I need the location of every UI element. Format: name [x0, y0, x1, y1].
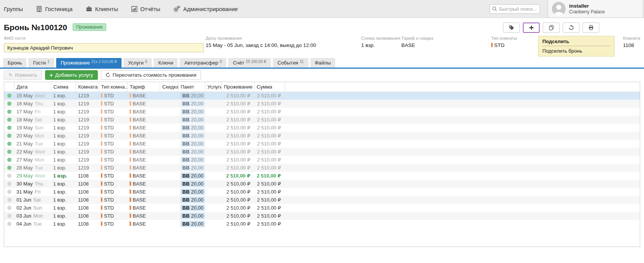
nav-item-reports[interactable]: Отчёты [131, 6, 160, 12]
cell-date: 18 MaySat [14, 116, 51, 124]
table-row[interactable]: 31 MayFri 1 взр. 1108 STD BASE BB20,00 ₽… [4, 188, 640, 196]
tag-button[interactable] [503, 23, 520, 33]
table-row[interactable]: 18 MaySat 1 взр. 1219 STD BASE BB20,00 ₽… [4, 116, 640, 124]
cell-room: 1108 [76, 220, 99, 228]
nav-item-groups[interactable]: Группы [4, 6, 23, 12]
table-row[interactable]: 29 MayWed 1 взр. 1108 STD BASE BB20,00 ₽… [4, 172, 640, 180]
column-header[interactable]: Услуги [205, 82, 221, 92]
tab[interactable]: Услуги0 [123, 58, 152, 68]
cell-tariff: BASE [127, 116, 160, 124]
cell-discount [160, 212, 178, 220]
tab-badge: 21x 2 510,00 ₽ [91, 60, 117, 64]
share-booking-action[interactable]: Подселить бронь [542, 46, 610, 54]
cell-package: BB20,00 ₽ [178, 220, 205, 228]
tab[interactable]: События11 [273, 58, 308, 68]
cell-status [4, 92, 14, 100]
table-row[interactable]: 17 MayFri 1 взр. 1219 STD BASE BB20,00 ₽… [4, 108, 640, 116]
room-type-color-icon [101, 101, 102, 106]
tab[interactable]: Ключи [154, 58, 178, 68]
cell-room: 1108 [76, 196, 99, 204]
room-type-color-icon [101, 141, 102, 146]
column-header[interactable]: Тариф [127, 82, 160, 92]
column-header[interactable]: Проживание [221, 82, 254, 92]
nav-item-hotel[interactable]: Гостиница [36, 6, 73, 12]
cell-package: BB20,00 ₽ [178, 164, 205, 172]
cell-stay-price: 2 510,00 ₽ [221, 132, 254, 140]
edit-button[interactable]: ✎Изменить [4, 70, 42, 80]
tab[interactable]: Файлы [310, 58, 336, 68]
cell-status [4, 220, 14, 228]
cell-stay-price: 2 510,00 ₽ [221, 148, 254, 156]
tab-badge: 0 [220, 60, 222, 64]
column-header[interactable]: Дата [14, 82, 51, 92]
nav-clients-label: Клиенты [95, 6, 118, 12]
cell-tariff: BASE [127, 108, 160, 116]
table-row[interactable]: 28 MayTue 1 взр. 1219 STD BASE BB20,00 ₽… [4, 164, 640, 172]
cell-package: BB20,00 ₽ [178, 148, 205, 156]
table-row[interactable]: 03 JunMon 1 взр. 1108 STD BASE BB20,00 ₽… [4, 212, 640, 220]
cell-scheme: 1 взр. [51, 116, 76, 124]
tab[interactable]: Счёт25 100,00 ₽ [228, 58, 271, 68]
cell-room-type: STD [99, 220, 127, 228]
search-box [490, 4, 540, 14]
column-header[interactable]: Пакет [178, 82, 205, 92]
add-button[interactable] [523, 23, 540, 33]
cell-scheme: 1 взр. [51, 148, 76, 156]
room-type-color-icon [101, 181, 102, 186]
recalculate-button[interactable]: Пересчитать стоимость проживания [101, 70, 201, 80]
table-row[interactable]: 20 MayMon 1 взр. 1219 STD BASE BB20,00 ₽… [4, 132, 640, 140]
table-row[interactable]: 15 MayWed 1 взр. 1219 STD BASE BB20,00 ₽… [4, 92, 640, 100]
table-row[interactable]: 30 MayThu 1 взр. 1108 STD BASE BB20,00 ₽… [4, 180, 640, 188]
table-row[interactable]: 22 MayWed 1 взр. 1219 STD BASE BB20,00 ₽… [4, 148, 640, 156]
cell-date: 20 MayMon [14, 132, 51, 140]
cell-room-type: STD [99, 172, 127, 180]
cell-scheme: 1 взр. [51, 180, 76, 188]
tab[interactable]: Проживание21x 2 510,00 ₽ [56, 58, 122, 68]
table-row[interactable]: 02 JunSun 1 взр. 1108 STD BASE BB20,00 ₽… [4, 204, 640, 212]
cell-scheme: 1 взр. [51, 164, 76, 172]
history-button[interactable] [563, 23, 579, 33]
column-header[interactable]: Скидка [160, 82, 178, 92]
cell-total: 2 510,00 ₽ [254, 92, 285, 100]
table-row[interactable]: 19 MaySun 1 взр. 1219 STD BASE BB20,00 ₽… [4, 124, 640, 132]
tariff-color-icon [130, 133, 131, 138]
tab[interactable]: Гости1 [28, 58, 54, 68]
column-header[interactable]: Сумма [254, 82, 285, 92]
share-action[interactable]: Подселить [542, 38, 610, 46]
table-row[interactable]: 04 JunTue 1 взр. 1108 STD BASE BB20,00 ₽… [4, 220, 640, 228]
table-row[interactable]: 16 MayThu 1 взр. 1219 STD BASE BB20,00 ₽… [4, 100, 640, 108]
guest-name-input[interactable] [4, 43, 204, 52]
cell-scheme: 1 взр. [51, 108, 76, 116]
column-header[interactable]: Тип комна... [99, 82, 127, 92]
cell-services [205, 164, 221, 172]
status-badge: Проживание [73, 23, 106, 31]
gears-icon [173, 5, 180, 12]
cell-status [4, 172, 14, 180]
cell-tariff: BASE [127, 156, 160, 164]
tariff-color-icon [130, 181, 131, 186]
cell-services [205, 140, 221, 148]
tab-badge: 11 [300, 60, 303, 64]
cell-filler [285, 180, 640, 188]
tariff-color-icon [130, 173, 131, 178]
cell-total: 2 510,00 ₽ [254, 220, 285, 228]
add-service-button[interactable]: +Добавить услугу [45, 70, 98, 80]
cell-status [4, 116, 14, 124]
booking-tabs: Бронь Гости1 Проживание21x 2 510,00 ₽ Ус… [0, 58, 644, 69]
column-header[interactable]: Комната [76, 82, 99, 92]
copy-button[interactable] [543, 23, 560, 33]
user-menu[interactable]: installer Cranberry Palace [548, 0, 643, 18]
table-row[interactable]: 21 MayTue 1 взр. 1219 STD BASE BB20,00 ₽… [4, 140, 640, 148]
print-button[interactable] [582, 23, 599, 33]
cell-services [205, 212, 221, 220]
tab[interactable]: Бронь [3, 58, 26, 68]
table-row[interactable]: 01 JunSat 1 взр. 1108 STD BASE BB20,00 ₽… [4, 196, 640, 204]
column-header[interactable]: Схема [51, 82, 76, 92]
header-icon-column [4, 82, 14, 92]
cell-discount [160, 180, 178, 188]
nav-item-clients[interactable]: Клиенты [86, 6, 118, 12]
nav-item-administration[interactable]: Администрирование [173, 5, 238, 12]
table-row[interactable]: 27 MayMon 1 взр. 1219 STD BASE BB20,00 ₽… [4, 156, 640, 164]
cell-room: 1108 [76, 172, 99, 180]
tab[interactable]: Автотрансфер0 [180, 58, 226, 68]
